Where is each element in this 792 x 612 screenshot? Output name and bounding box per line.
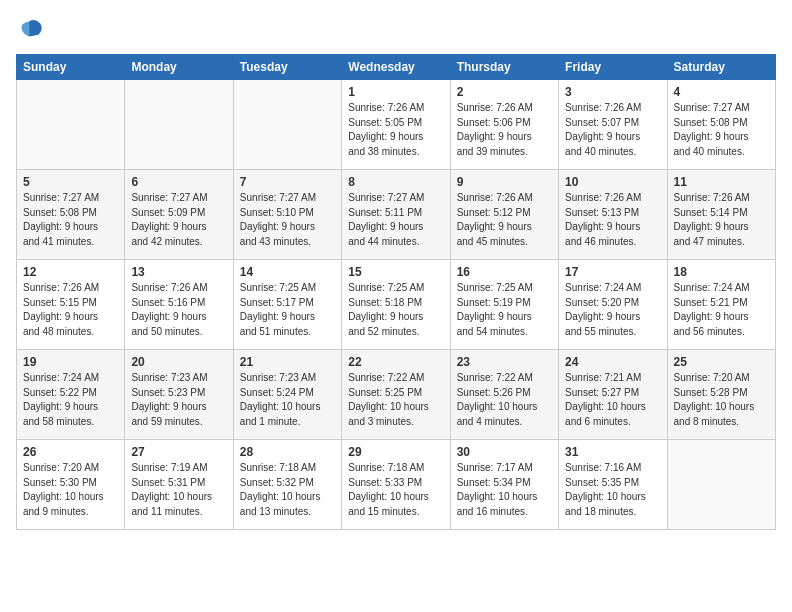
calendar-cell: 15Sunrise: 7:25 AM Sunset: 5:18 PM Dayli… — [342, 260, 450, 350]
calendar-cell: 11Sunrise: 7:26 AM Sunset: 5:14 PM Dayli… — [667, 170, 775, 260]
calendar-table: SundayMondayTuesdayWednesdayThursdayFrid… — [16, 54, 776, 530]
day-number: 17 — [565, 265, 660, 279]
calendar-cell: 4Sunrise: 7:27 AM Sunset: 5:08 PM Daylig… — [667, 80, 775, 170]
day-number: 9 — [457, 175, 552, 189]
calendar-cell: 19Sunrise: 7:24 AM Sunset: 5:22 PM Dayli… — [17, 350, 125, 440]
week-row-2: 5Sunrise: 7:27 AM Sunset: 5:08 PM Daylig… — [17, 170, 776, 260]
day-number: 2 — [457, 85, 552, 99]
day-info: Sunrise: 7:26 AM Sunset: 5:07 PM Dayligh… — [565, 101, 660, 159]
calendar-cell: 5Sunrise: 7:27 AM Sunset: 5:08 PM Daylig… — [17, 170, 125, 260]
day-info: Sunrise: 7:18 AM Sunset: 5:33 PM Dayligh… — [348, 461, 443, 519]
calendar-cell: 17Sunrise: 7:24 AM Sunset: 5:20 PM Dayli… — [559, 260, 667, 350]
day-number: 22 — [348, 355, 443, 369]
day-number: 19 — [23, 355, 118, 369]
day-info: Sunrise: 7:23 AM Sunset: 5:24 PM Dayligh… — [240, 371, 335, 429]
day-info: Sunrise: 7:27 AM Sunset: 5:08 PM Dayligh… — [674, 101, 769, 159]
calendar-cell: 27Sunrise: 7:19 AM Sunset: 5:31 PM Dayli… — [125, 440, 233, 530]
day-number: 6 — [131, 175, 226, 189]
day-info: Sunrise: 7:27 AM Sunset: 5:10 PM Dayligh… — [240, 191, 335, 249]
calendar-cell: 1Sunrise: 7:26 AM Sunset: 5:05 PM Daylig… — [342, 80, 450, 170]
day-number: 18 — [674, 265, 769, 279]
calendar-cell — [233, 80, 341, 170]
calendar-cell: 18Sunrise: 7:24 AM Sunset: 5:21 PM Dayli… — [667, 260, 775, 350]
calendar-cell: 20Sunrise: 7:23 AM Sunset: 5:23 PM Dayli… — [125, 350, 233, 440]
day-info: Sunrise: 7:21 AM Sunset: 5:27 PM Dayligh… — [565, 371, 660, 429]
day-number: 25 — [674, 355, 769, 369]
day-number: 30 — [457, 445, 552, 459]
calendar-cell: 31Sunrise: 7:16 AM Sunset: 5:35 PM Dayli… — [559, 440, 667, 530]
calendar-cell: 8Sunrise: 7:27 AM Sunset: 5:11 PM Daylig… — [342, 170, 450, 260]
calendar-cell: 29Sunrise: 7:18 AM Sunset: 5:33 PM Dayli… — [342, 440, 450, 530]
calendar-cell: 26Sunrise: 7:20 AM Sunset: 5:30 PM Dayli… — [17, 440, 125, 530]
day-number: 31 — [565, 445, 660, 459]
calendar-cell: 2Sunrise: 7:26 AM Sunset: 5:06 PM Daylig… — [450, 80, 558, 170]
day-header-thursday: Thursday — [450, 55, 558, 80]
calendar-cell: 6Sunrise: 7:27 AM Sunset: 5:09 PM Daylig… — [125, 170, 233, 260]
day-info: Sunrise: 7:27 AM Sunset: 5:09 PM Dayligh… — [131, 191, 226, 249]
day-header-sunday: Sunday — [17, 55, 125, 80]
day-info: Sunrise: 7:25 AM Sunset: 5:17 PM Dayligh… — [240, 281, 335, 339]
day-number: 23 — [457, 355, 552, 369]
day-number: 27 — [131, 445, 226, 459]
day-info: Sunrise: 7:25 AM Sunset: 5:19 PM Dayligh… — [457, 281, 552, 339]
day-info: Sunrise: 7:24 AM Sunset: 5:22 PM Dayligh… — [23, 371, 118, 429]
logo-icon — [16, 16, 44, 44]
logo — [16, 16, 48, 44]
day-number: 13 — [131, 265, 226, 279]
day-number: 1 — [348, 85, 443, 99]
day-info: Sunrise: 7:26 AM Sunset: 5:13 PM Dayligh… — [565, 191, 660, 249]
day-number: 29 — [348, 445, 443, 459]
calendar-cell — [125, 80, 233, 170]
day-number: 28 — [240, 445, 335, 459]
header-row: SundayMondayTuesdayWednesdayThursdayFrid… — [17, 55, 776, 80]
day-number: 14 — [240, 265, 335, 279]
day-header-tuesday: Tuesday — [233, 55, 341, 80]
day-number: 12 — [23, 265, 118, 279]
calendar-cell: 3Sunrise: 7:26 AM Sunset: 5:07 PM Daylig… — [559, 80, 667, 170]
calendar-cell: 30Sunrise: 7:17 AM Sunset: 5:34 PM Dayli… — [450, 440, 558, 530]
day-info: Sunrise: 7:26 AM Sunset: 5:12 PM Dayligh… — [457, 191, 552, 249]
day-number: 15 — [348, 265, 443, 279]
day-info: Sunrise: 7:20 AM Sunset: 5:30 PM Dayligh… — [23, 461, 118, 519]
day-number: 20 — [131, 355, 226, 369]
day-info: Sunrise: 7:26 AM Sunset: 5:06 PM Dayligh… — [457, 101, 552, 159]
day-info: Sunrise: 7:18 AM Sunset: 5:32 PM Dayligh… — [240, 461, 335, 519]
calendar-cell — [667, 440, 775, 530]
day-number: 3 — [565, 85, 660, 99]
calendar-cell: 23Sunrise: 7:22 AM Sunset: 5:26 PM Dayli… — [450, 350, 558, 440]
day-info: Sunrise: 7:25 AM Sunset: 5:18 PM Dayligh… — [348, 281, 443, 339]
day-number: 10 — [565, 175, 660, 189]
day-number: 7 — [240, 175, 335, 189]
day-header-friday: Friday — [559, 55, 667, 80]
week-row-1: 1Sunrise: 7:26 AM Sunset: 5:05 PM Daylig… — [17, 80, 776, 170]
day-header-monday: Monday — [125, 55, 233, 80]
day-info: Sunrise: 7:26 AM Sunset: 5:14 PM Dayligh… — [674, 191, 769, 249]
calendar-cell: 10Sunrise: 7:26 AM Sunset: 5:13 PM Dayli… — [559, 170, 667, 260]
day-info: Sunrise: 7:20 AM Sunset: 5:28 PM Dayligh… — [674, 371, 769, 429]
calendar-cell: 7Sunrise: 7:27 AM Sunset: 5:10 PM Daylig… — [233, 170, 341, 260]
day-info: Sunrise: 7:17 AM Sunset: 5:34 PM Dayligh… — [457, 461, 552, 519]
calendar-cell: 28Sunrise: 7:18 AM Sunset: 5:32 PM Dayli… — [233, 440, 341, 530]
day-number: 8 — [348, 175, 443, 189]
calendar-cell: 24Sunrise: 7:21 AM Sunset: 5:27 PM Dayli… — [559, 350, 667, 440]
week-row-4: 19Sunrise: 7:24 AM Sunset: 5:22 PM Dayli… — [17, 350, 776, 440]
day-header-wednesday: Wednesday — [342, 55, 450, 80]
calendar-cell: 13Sunrise: 7:26 AM Sunset: 5:16 PM Dayli… — [125, 260, 233, 350]
calendar-cell: 12Sunrise: 7:26 AM Sunset: 5:15 PM Dayli… — [17, 260, 125, 350]
day-info: Sunrise: 7:23 AM Sunset: 5:23 PM Dayligh… — [131, 371, 226, 429]
calendar-cell: 25Sunrise: 7:20 AM Sunset: 5:28 PM Dayli… — [667, 350, 775, 440]
day-info: Sunrise: 7:22 AM Sunset: 5:26 PM Dayligh… — [457, 371, 552, 429]
day-info: Sunrise: 7:24 AM Sunset: 5:21 PM Dayligh… — [674, 281, 769, 339]
day-info: Sunrise: 7:19 AM Sunset: 5:31 PM Dayligh… — [131, 461, 226, 519]
day-number: 5 — [23, 175, 118, 189]
day-number: 4 — [674, 85, 769, 99]
day-info: Sunrise: 7:27 AM Sunset: 5:11 PM Dayligh… — [348, 191, 443, 249]
page-header — [16, 16, 776, 44]
calendar-cell — [17, 80, 125, 170]
week-row-3: 12Sunrise: 7:26 AM Sunset: 5:15 PM Dayli… — [17, 260, 776, 350]
day-number: 21 — [240, 355, 335, 369]
day-info: Sunrise: 7:22 AM Sunset: 5:25 PM Dayligh… — [348, 371, 443, 429]
day-number: 24 — [565, 355, 660, 369]
calendar-cell: 9Sunrise: 7:26 AM Sunset: 5:12 PM Daylig… — [450, 170, 558, 260]
day-info: Sunrise: 7:24 AM Sunset: 5:20 PM Dayligh… — [565, 281, 660, 339]
